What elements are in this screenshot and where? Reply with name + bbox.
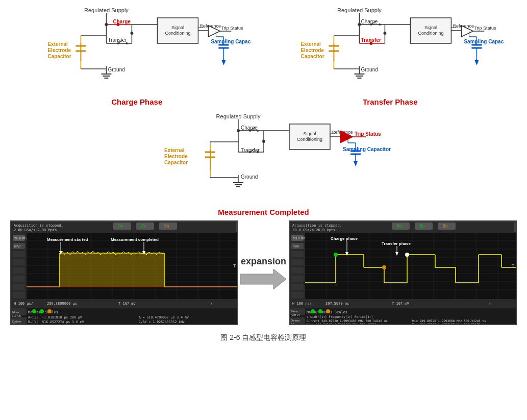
svg-text:External: External <box>164 147 185 153</box>
svg-marker-223 <box>240 269 286 289</box>
svg-text:T  167 mV: T 167 mV <box>392 302 410 306</box>
svg-text:All: All <box>291 323 294 325</box>
svg-text:External: External <box>47 41 68 47</box>
svg-text:Trip Status: Trip Status <box>355 131 381 137</box>
svg-text:Capacitor: Capacitor <box>301 54 324 59</box>
svg-point-74 <box>370 42 373 45</box>
svg-text:+ width[1↑]    Frequency[1↑]  : + width[1↑] Frequency[1↑] Period[1↑] <box>307 315 373 319</box>
svg-text:H  100 μs/: H 100 μs/ <box>14 302 33 306</box>
svg-text:All: All <box>12 323 16 325</box>
measurement-completed-svg: Regulated Supply Charge External Electro… <box>131 111 396 206</box>
svg-text:External: External <box>301 41 321 47</box>
svg-point-58 <box>370 23 372 26</box>
svg-text:On: On <box>443 224 448 229</box>
svg-point-109 <box>249 130 251 132</box>
svg-text:Measurement completed: Measurement completed <box>111 237 159 242</box>
svg-point-220 <box>32 309 36 313</box>
svg-text:-: - <box>237 224 238 230</box>
svg-text:2.00 GSa/s  2.00 Mpts: 2.00 GSa/s 2.00 Mpts <box>14 228 57 232</box>
svg-text:-: - <box>516 224 517 230</box>
svg-text:Charge phase: Charge phase <box>331 236 358 241</box>
svg-point-126 <box>249 151 251 153</box>
svg-rect-245 <box>291 284 304 290</box>
svg-rect-242 <box>291 259 304 265</box>
svg-text:Charge: Charge <box>113 19 131 24</box>
svg-point-110 <box>257 130 259 132</box>
expansion-arrow-svg <box>240 269 286 289</box>
svg-text:50.0 mV: 50.0 mV <box>293 236 306 240</box>
svg-text:Electrode: Electrode <box>164 154 188 159</box>
charge-phase-svg: Regulated Supply Charge External Electro… <box>23 5 251 94</box>
svg-point-23 <box>126 42 128 44</box>
svg-text:↑: ↑ <box>210 302 212 306</box>
svg-rect-246 <box>291 292 304 298</box>
svg-rect-176 <box>13 292 25 298</box>
svg-text:↑: ↑ <box>489 302 491 306</box>
svg-text:Capacitor: Capacitor <box>164 160 188 165</box>
transfer-phase-svg: Regulated Supply Charge External Electro… <box>276 5 504 94</box>
svg-text:Ground: Ground <box>241 174 258 180</box>
svg-text:Regulated Supply: Regulated Supply <box>84 7 129 13</box>
svg-text:Sampling Capacitor: Sampling Capacitor <box>464 39 504 44</box>
svg-rect-174 <box>13 276 25 282</box>
svg-text:On: On <box>164 224 169 229</box>
svg-text:Mean    253.24120    1.9993430: Mean 253.24120 1.9993430 MHz 501.52001 n… <box>307 323 382 325</box>
svg-rect-172 <box>13 259 25 265</box>
transfer-phase-diagram: Regulated Supply Charge External Electro… <box>276 5 504 106</box>
svg-text:Trip Status: Trip Status <box>221 26 243 31</box>
svg-marker-100 <box>475 60 479 65</box>
transfer-phase-label: Transfer Phase <box>363 97 418 106</box>
svg-rect-194 <box>60 253 164 287</box>
svg-text:B—[1]:  516.6527274 μs    3.6 : B—[1]: 516.6527274 μs 3.6 mV <box>28 320 84 324</box>
oscilloscope-section: Acquisition is stopped. 2.00 GSa/s 2.00 … <box>10 220 517 325</box>
svg-point-22 <box>117 42 119 44</box>
svg-text:Acquisition is stopped.: Acquisition is stopped. <box>14 224 63 228</box>
svg-point-264 <box>334 253 338 257</box>
svg-text:Trip Status: Trip Status <box>474 26 497 31</box>
svg-text:397.5070 ns: 397.5070 ns <box>325 302 349 306</box>
svg-text:(1of 2): (1of 2) <box>12 314 21 317</box>
svg-text:Conditioning: Conditioning <box>296 137 322 142</box>
svg-text:Conditioning: Conditioning <box>165 31 190 36</box>
svg-text:Sampling Capacitor: Sampling Capacitor <box>343 146 391 152</box>
svg-text:A—[1]:  -1.8181818 μs    280 μ: A—[1]: -1.8181818 μs 280 μV <box>28 315 82 319</box>
svg-text:On: On <box>118 224 123 229</box>
expansion-text: expansion <box>241 256 286 267</box>
charge-phase-label: Charge Phase <box>111 97 162 106</box>
svg-rect-173 <box>13 267 25 274</box>
svg-text:More: More <box>291 310 298 313</box>
svg-text:T  167 mV: T 167 mV <box>118 302 136 306</box>
svg-text:More: More <box>12 311 19 314</box>
svg-text:Ground: Ground <box>361 67 378 72</box>
svg-text:Δ =  518.4709092 μs    3.4 mV: Δ = 518.4709092 μs 3.4 mV <box>139 315 189 319</box>
svg-text:Max     252.23862    1.9993688: Max 252.23862 1.9993688 MHz 502.85988 ns <box>412 323 486 325</box>
measurement-completed-diagram: Regulated Supply Charge External Electro… <box>131 111 396 216</box>
svg-text:On: On <box>420 224 425 229</box>
svg-text:Sampling Capacitor: Sampling Capacitor <box>211 39 250 44</box>
svg-text:Ground: Ground <box>108 67 124 72</box>
svg-text:Min     249.89720    1.9993888: Min 249.89720 1.9993888 MHz 500.34248 ns <box>412 319 486 323</box>
svg-text:Delete: Delete <box>291 319 300 322</box>
svg-text:Signal: Signal <box>171 25 184 30</box>
svg-point-222 <box>47 309 52 313</box>
svg-text:mV/: mV/ <box>14 244 21 248</box>
svg-text:Acquisition is stopped.: Acquisition is stopped. <box>292 224 342 228</box>
svg-text:Transfer phase: Transfer phase <box>382 241 411 246</box>
svg-text:Current  249.89720    1.999343: Current 249.89720 1.9993430 MHz 500.3424… <box>307 319 388 323</box>
svg-text:On: On <box>141 224 146 229</box>
svg-text:T: T <box>233 263 236 268</box>
svg-text:Capacitor: Capacitor <box>47 54 71 59</box>
svg-text:mV/: mV/ <box>293 244 299 248</box>
svg-marker-151 <box>354 161 358 166</box>
svg-point-265 <box>382 265 386 269</box>
svg-text:1/ΔY = 1.9287465352 kHz: 1/ΔY = 1.9287465352 kHz <box>139 320 185 324</box>
expansion-block: expansion <box>238 256 288 289</box>
svg-point-293 <box>318 309 322 313</box>
svg-rect-241 <box>291 251 304 257</box>
svg-point-266 <box>405 253 409 257</box>
svg-point-294 <box>326 309 330 313</box>
svg-rect-243 <box>291 267 304 274</box>
figure-caption: 图 2-6 自感型电容检测原理 <box>220 333 306 342</box>
measurement-completed-label: Measurement Completed <box>218 208 309 216</box>
svg-text:Regulated Supply: Regulated Supply <box>216 113 260 119</box>
